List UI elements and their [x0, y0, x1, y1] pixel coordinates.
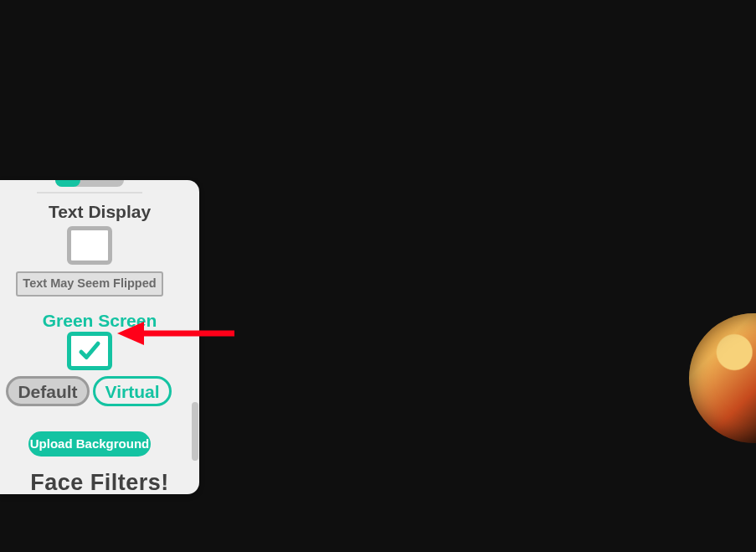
toggle-stub[interactable]	[55, 180, 124, 187]
green-screen-checkbox[interactable]	[67, 332, 112, 370]
mode-default-button[interactable]: Default	[6, 376, 90, 406]
face-filters-title: Face Filters!	[0, 470, 199, 494]
check-icon	[77, 338, 102, 364]
avatar	[689, 313, 756, 443]
divider	[37, 192, 142, 193]
text-display-checkbox[interactable]	[67, 226, 112, 265]
mode-virtual-button[interactable]: Virtual	[93, 376, 172, 406]
flip-note: Text May Seem Flipped	[16, 271, 163, 297]
green-screen-title: Green Screen	[0, 311, 199, 331]
upload-background-button[interactable]: Upload Background	[28, 431, 151, 457]
text-display-title: Text Display	[0, 202, 199, 222]
settings-panel: Text Display Text May Seem Flipped Green…	[0, 180, 199, 494]
